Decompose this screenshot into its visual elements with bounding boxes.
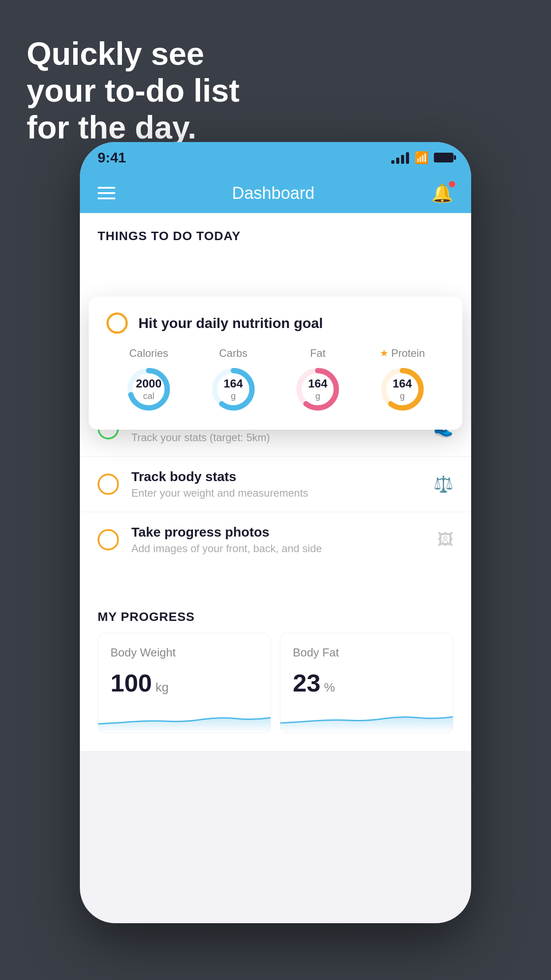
carbs-donut: 164 g xyxy=(209,365,258,414)
app-header: Dashboard 🔔 xyxy=(80,173,471,213)
fat-donut: 164 g xyxy=(293,365,342,414)
notification-button[interactable]: 🔔 xyxy=(431,183,453,204)
carbs-unit: g xyxy=(224,391,243,402)
fat-unit: g xyxy=(308,391,327,402)
body-stats-checkbox[interactable] xyxy=(98,474,119,495)
protein-value: 164 xyxy=(393,377,412,391)
todo-item-body-stats[interactable]: Track body stats Enter your weight and m… xyxy=(80,457,471,512)
nutrition-card[interactable]: Hit your daily nutrition goal Calories 2… xyxy=(89,296,462,430)
body-fat-value-row: 23 % xyxy=(293,668,441,697)
scale-icon: ⚖️ xyxy=(433,475,453,494)
menu-button[interactable] xyxy=(98,187,115,199)
fat-value: 164 xyxy=(308,377,327,391)
calories-label: Calories xyxy=(129,347,168,360)
carbs-label: Carbs xyxy=(219,347,248,360)
body-weight-label: Body Weight xyxy=(110,646,258,660)
body-fat-chart xyxy=(280,706,453,733)
notification-dot xyxy=(449,181,455,187)
header-title: Dashboard xyxy=(232,184,315,203)
protein-unit: g xyxy=(393,391,412,402)
headline-line3: for the day. xyxy=(27,110,197,145)
things-to-do-header: THINGS TO DO TODAY xyxy=(80,213,471,252)
nutrition-card-header: Hit your daily nutrition goal xyxy=(106,312,445,334)
star-icon: ★ xyxy=(380,348,389,359)
progress-header: MY PROGRESS xyxy=(80,594,471,633)
protein-donut: 164 g xyxy=(378,365,427,414)
photos-text: Take progress photos Add images of your … xyxy=(131,525,437,555)
calories-unit: cal xyxy=(136,391,161,402)
body-stats-subtitle: Enter your weight and measurements xyxy=(131,487,433,499)
body-weight-chart xyxy=(98,706,271,733)
progress-cards: Body Weight 100 kg xyxy=(80,633,471,751)
phone-frame: 9:41 📶 Dashboard 🔔 THINGS TO DO TODAY xyxy=(80,142,471,923)
portrait-icon: 🖼 xyxy=(437,530,453,549)
calories-donut: 2000 cal xyxy=(124,365,173,414)
body-fat-label: Body Fat xyxy=(293,646,441,660)
battery-icon xyxy=(434,153,453,162)
body-fat-number: 23 xyxy=(293,668,320,697)
protein-label: Protein xyxy=(391,347,425,360)
nutrition-fat: Fat 164 g xyxy=(293,347,342,414)
status-icons: 📶 xyxy=(391,151,453,165)
nutrition-card-title: Hit your daily nutrition goal xyxy=(138,315,323,332)
photos-checkbox[interactable] xyxy=(98,529,119,550)
status-bar: 9:41 📶 xyxy=(80,142,471,173)
body-fat-unit: % xyxy=(324,680,335,695)
carbs-value: 164 xyxy=(224,377,243,391)
body-weight-card[interactable]: Body Weight 100 kg xyxy=(98,633,271,733)
body-stats-text: Track body stats Enter your weight and m… xyxy=(131,469,433,499)
running-subtitle: Track your stats (target: 5km) xyxy=(131,431,433,444)
protein-label-wrapper: ★ Protein xyxy=(380,347,425,360)
nutrition-carbs: Carbs 164 g xyxy=(209,347,258,414)
progress-section: MY PROGRESS Body Weight 100 kg xyxy=(80,594,471,751)
headline-line1: Quickly see xyxy=(27,36,204,71)
calories-value: 2000 xyxy=(136,377,161,391)
status-time: 9:41 xyxy=(98,150,126,166)
body-weight-value-row: 100 kg xyxy=(110,668,258,697)
signal-icon xyxy=(391,151,409,164)
page-headline: Quickly see your to-do list for the day. xyxy=(27,36,240,146)
headline-line2: your to-do list xyxy=(27,73,240,108)
nutrition-circles: Calories 2000 cal Carbs xyxy=(106,347,445,414)
nutrition-checkbox[interactable] xyxy=(106,312,128,334)
photos-subtitle: Add images of your front, back, and side xyxy=(131,542,437,555)
photos-title: Take progress photos xyxy=(131,525,437,540)
nutrition-calories: Calories 2000 cal xyxy=(124,347,173,414)
todo-item-photos[interactable]: Take progress photos Add images of your … xyxy=(80,512,471,567)
body-stats-title: Track body stats xyxy=(131,469,433,484)
nutrition-protein: ★ Protein 164 g xyxy=(378,347,427,414)
body-weight-unit: kg xyxy=(155,680,169,695)
wifi-icon: 📶 xyxy=(414,151,429,165)
content-area: THINGS TO DO TODAY Hit your daily nutrit… xyxy=(80,213,471,751)
fat-label: Fat xyxy=(310,347,326,360)
body-fat-card[interactable]: Body Fat 23 % xyxy=(280,633,453,733)
body-weight-number: 100 xyxy=(110,668,152,697)
